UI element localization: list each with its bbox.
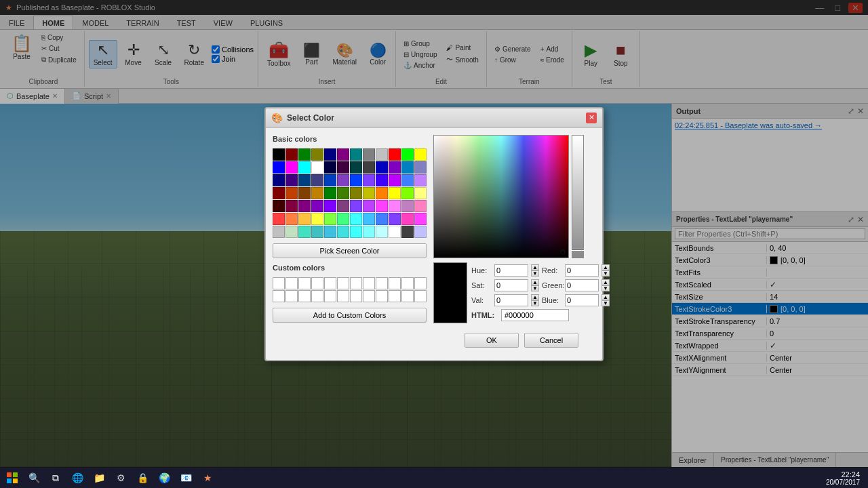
basic-color-cell-71[interactable] (414, 213, 427, 225)
basic-color-cell-19[interactable] (363, 161, 375, 174)
basic-color-cell-38[interactable] (298, 187, 311, 199)
sat-input[interactable] (494, 279, 528, 291)
color-dialog-close-button[interactable]: ✕ (586, 113, 597, 123)
val-input[interactable] (494, 294, 528, 306)
basic-color-cell-26[interactable] (298, 174, 311, 186)
custom-color-cell-0[interactable] (273, 277, 285, 289)
html-color-input[interactable] (501, 309, 569, 321)
basic-color-cell-48[interactable] (273, 200, 285, 212)
basic-color-cell-33[interactable] (389, 174, 401, 186)
roblox-taskbar-button[interactable]: ★ (198, 469, 217, 487)
basic-color-cell-51[interactable] (311, 200, 323, 212)
basic-color-cell-44[interactable] (376, 187, 388, 199)
basic-color-cell-68[interactable] (376, 213, 388, 225)
lock-button[interactable]: 🔒 (133, 469, 152, 487)
basic-color-cell-49[interactable] (285, 200, 298, 212)
basic-color-cell-55[interactable] (363, 200, 375, 212)
basic-color-cell-24[interactable] (273, 174, 285, 186)
basic-color-cell-65[interactable] (337, 213, 349, 225)
basic-color-cell-9[interactable] (389, 148, 401, 161)
basic-color-cell-77[interactable] (337, 226, 349, 238)
basic-color-cell-16[interactable] (324, 161, 336, 174)
basic-color-cell-27[interactable] (311, 174, 323, 186)
basic-color-cell-25[interactable] (285, 174, 298, 186)
basic-color-cell-4[interactable] (324, 148, 336, 161)
custom-color-cell-10[interactable] (401, 277, 414, 289)
basic-color-cell-14[interactable] (298, 161, 311, 174)
basic-color-cell-59[interactable] (414, 200, 427, 212)
basic-color-cell-37[interactable] (285, 187, 298, 199)
basic-color-cell-50[interactable] (298, 200, 311, 212)
basic-color-cell-22[interactable] (401, 161, 414, 174)
basic-color-cell-30[interactable] (350, 174, 362, 186)
custom-color-cell-20[interactable] (376, 290, 388, 302)
basic-color-cell-15[interactable] (311, 161, 323, 174)
red-up-button[interactable]: ▲ (601, 264, 610, 270)
green-down-button[interactable]: ▼ (601, 285, 610, 291)
basic-color-cell-47[interactable] (414, 187, 427, 199)
basic-color-cell-3[interactable] (311, 148, 323, 161)
sat-down-button[interactable]: ▼ (531, 285, 539, 291)
basic-color-cell-53[interactable] (337, 200, 349, 212)
basic-color-cell-28[interactable] (324, 174, 336, 186)
basic-color-cell-72[interactable] (273, 226, 285, 238)
basic-color-cell-52[interactable] (324, 200, 336, 212)
basic-color-cell-13[interactable] (285, 161, 298, 174)
basic-color-cell-82[interactable] (401, 226, 414, 238)
basic-color-cell-7[interactable] (363, 148, 375, 161)
custom-color-cell-11[interactable] (414, 277, 427, 289)
basic-color-cell-62[interactable] (298, 213, 311, 225)
basic-color-cell-40[interactable] (324, 187, 336, 199)
basic-color-cell-83[interactable] (414, 226, 427, 238)
basic-color-cell-81[interactable] (389, 226, 401, 238)
blue-up-button[interactable]: ▲ (601, 294, 610, 300)
basic-color-cell-6[interactable] (350, 148, 362, 161)
basic-color-cell-5[interactable] (337, 148, 349, 161)
basic-color-cell-21[interactable] (389, 161, 401, 174)
custom-color-cell-9[interactable] (389, 277, 401, 289)
start-button[interactable] (3, 469, 22, 487)
basic-color-cell-76[interactable] (324, 226, 336, 238)
custom-color-cell-19[interactable] (363, 290, 375, 302)
basic-color-cell-0[interactable] (273, 148, 285, 161)
basic-color-cell-54[interactable] (350, 200, 362, 212)
basic-color-cell-73[interactable] (285, 226, 298, 238)
basic-color-cell-23[interactable] (414, 161, 427, 174)
basic-color-cell-46[interactable] (401, 187, 414, 199)
basic-color-cell-45[interactable] (389, 187, 401, 199)
search-button[interactable]: 🔍 (24, 469, 43, 487)
email-button[interactable]: 📧 (176, 469, 195, 487)
basic-color-cell-67[interactable] (363, 213, 375, 225)
basic-color-cell-17[interactable] (337, 161, 349, 174)
brightness-bar[interactable] (572, 135, 584, 258)
basic-color-cell-8[interactable] (376, 148, 388, 161)
add-to-custom-colors-button[interactable]: Add to Custom Colors (273, 308, 427, 323)
hue-input[interactable] (494, 264, 528, 277)
basic-color-cell-75[interactable] (311, 226, 323, 238)
custom-color-cell-22[interactable] (401, 290, 414, 302)
basic-color-cell-57[interactable] (389, 200, 401, 212)
custom-color-cell-15[interactable] (311, 290, 323, 302)
basic-color-cell-12[interactable] (273, 161, 285, 174)
basic-color-cell-20[interactable] (376, 161, 388, 174)
basic-color-cell-34[interactable] (401, 174, 414, 186)
basic-color-cell-80[interactable] (376, 226, 388, 238)
custom-color-cell-8[interactable] (376, 277, 388, 289)
task-view-button[interactable]: ⧉ (46, 469, 65, 487)
basic-color-cell-56[interactable] (376, 200, 388, 212)
custom-color-cell-2[interactable] (298, 277, 311, 289)
blue-input[interactable] (565, 294, 599, 306)
basic-color-cell-63[interactable] (311, 213, 323, 225)
val-up-button[interactable]: ▲ (531, 294, 539, 300)
red-down-button[interactable]: ▼ (601, 270, 610, 277)
basic-color-cell-79[interactable] (363, 226, 375, 238)
val-down-button[interactable]: ▼ (531, 300, 539, 306)
basic-color-cell-35[interactable] (414, 174, 427, 186)
basic-color-cell-61[interactable] (285, 213, 298, 225)
sat-up-button[interactable]: ▲ (531, 279, 539, 285)
custom-color-cell-18[interactable] (350, 290, 362, 302)
basic-color-cell-31[interactable] (363, 174, 375, 186)
basic-color-cell-66[interactable] (350, 213, 362, 225)
custom-color-cell-14[interactable] (298, 290, 311, 302)
hue-down-button[interactable]: ▼ (531, 270, 539, 277)
